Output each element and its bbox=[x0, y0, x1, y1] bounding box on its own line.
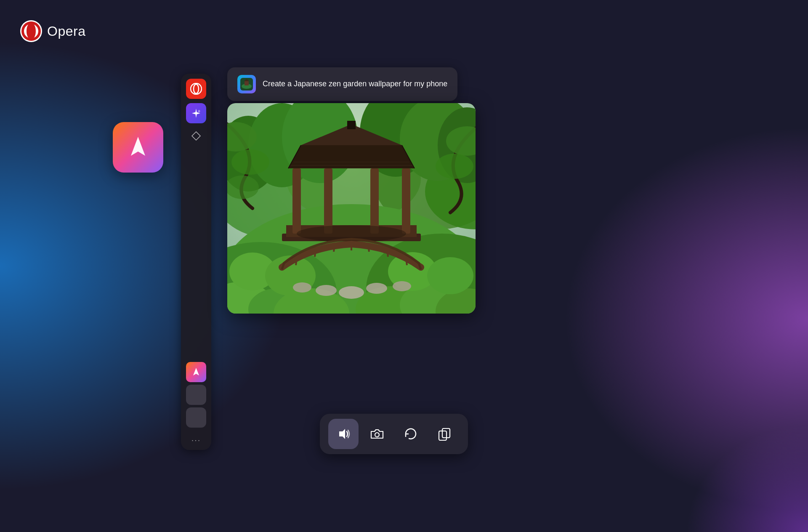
arc-logo-icon bbox=[123, 133, 153, 162]
svg-point-66 bbox=[436, 154, 473, 179]
sidebar: ... bbox=[181, 74, 211, 450]
refresh-icon bbox=[403, 426, 418, 442]
sidebar-arc-button[interactable] bbox=[186, 362, 206, 382]
chat-prompt-bubble: Create a Japanese zen garden wallpaper f… bbox=[227, 67, 457, 101]
svg-point-3 bbox=[191, 83, 202, 94]
generated-image-container bbox=[227, 103, 476, 314]
svg-rect-44 bbox=[324, 168, 332, 234]
sidebar-more-button[interactable]: ... bbox=[191, 434, 201, 443]
sound-button[interactable] bbox=[328, 419, 359, 449]
opera-wordmark: Opera bbox=[47, 24, 85, 39]
opera-logo-icon bbox=[20, 20, 42, 42]
svg-point-60 bbox=[316, 285, 337, 296]
sparkle-icon bbox=[191, 108, 202, 119]
prompt-text: Create a Japanese zen garden wallpaper f… bbox=[263, 79, 447, 89]
refresh-button[interactable] bbox=[396, 419, 426, 449]
copy-icon bbox=[437, 426, 452, 442]
arc-app-icon[interactable] bbox=[113, 122, 163, 173]
svg-point-58 bbox=[366, 283, 387, 294]
sidebar-aria-button[interactable] bbox=[186, 103, 206, 123]
camera-button[interactable] bbox=[362, 419, 392, 449]
sidebar-tab1[interactable] bbox=[186, 385, 206, 405]
svg-rect-46 bbox=[402, 168, 410, 234]
svg-marker-67 bbox=[339, 429, 345, 439]
sound-icon bbox=[336, 426, 351, 442]
svg-rect-7 bbox=[245, 81, 249, 85]
zen-garden-image bbox=[227, 103, 476, 314]
diamond-icon bbox=[191, 131, 201, 141]
svg-point-4 bbox=[194, 84, 199, 93]
svg-point-32 bbox=[427, 257, 473, 294]
svg-rect-43 bbox=[292, 168, 301, 234]
prompt-avatar bbox=[237, 75, 256, 93]
svg-point-57 bbox=[339, 286, 364, 299]
svg-point-63 bbox=[231, 149, 269, 175]
svg-line-52 bbox=[334, 245, 335, 252]
sidebar-diamond-button[interactable] bbox=[186, 126, 206, 146]
svg-line-50 bbox=[296, 259, 297, 265]
svg-line-56 bbox=[406, 259, 407, 265]
svg-point-68 bbox=[375, 433, 379, 437]
sidebar-opera-button[interactable] bbox=[186, 79, 206, 99]
arc-small-icon bbox=[190, 366, 202, 378]
svg-rect-35 bbox=[347, 121, 356, 129]
svg-line-55 bbox=[387, 250, 388, 257]
svg-point-1 bbox=[27, 23, 36, 40]
svg-marker-36 bbox=[288, 145, 415, 168]
camera-icon bbox=[369, 426, 385, 442]
zen-garden-svg bbox=[227, 103, 476, 314]
action-toolbar bbox=[320, 414, 468, 454]
opera-logo: Opera bbox=[20, 20, 85, 42]
svg-point-59 bbox=[393, 281, 411, 291]
svg-rect-45 bbox=[370, 168, 379, 234]
svg-line-51 bbox=[315, 250, 316, 257]
copy-button[interactable] bbox=[429, 419, 460, 449]
sidebar-tab2[interactable] bbox=[186, 407, 206, 428]
svg-line-54 bbox=[368, 245, 369, 252]
svg-point-61 bbox=[293, 282, 311, 293]
avatar-icon bbox=[240, 78, 253, 90]
opera-icon bbox=[190, 83, 202, 95]
